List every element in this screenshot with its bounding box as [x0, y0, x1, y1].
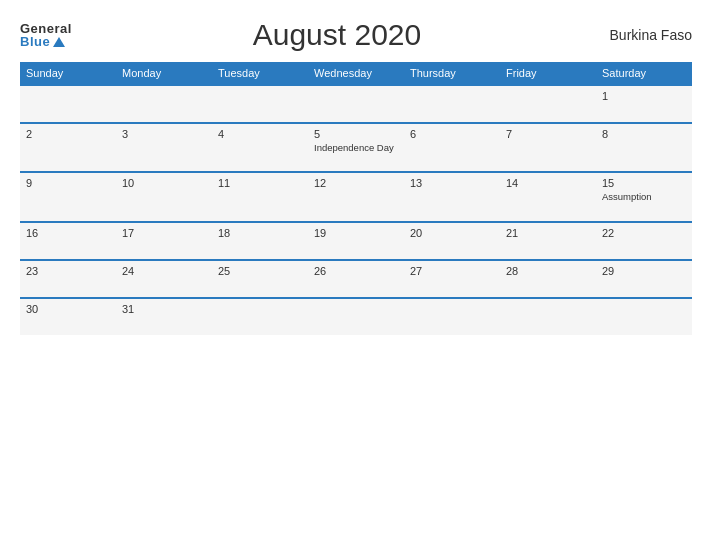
day-number: 19: [314, 227, 398, 239]
calendar-cell: [500, 298, 596, 335]
day-number: 6: [410, 128, 494, 140]
calendar-cell: 12: [308, 172, 404, 221]
day-number: 21: [506, 227, 590, 239]
calendar-cell: 5Independence Day: [308, 123, 404, 172]
day-number: 30: [26, 303, 110, 315]
calendar-cell: [212, 298, 308, 335]
calendar-cell: [116, 85, 212, 123]
calendar-week-row: 23242526272829: [20, 260, 692, 298]
calendar-cell: 15Assumption: [596, 172, 692, 221]
calendar-table: Sunday Monday Tuesday Wednesday Thursday…: [20, 62, 692, 335]
calendar-page: General Blue August 2020 Burkina Faso Su…: [0, 0, 712, 550]
header-wednesday: Wednesday: [308, 62, 404, 85]
calendar-cell: 1: [596, 85, 692, 123]
day-number: 8: [602, 128, 686, 140]
day-number: 25: [218, 265, 302, 277]
calendar-cell: 3: [116, 123, 212, 172]
day-number: 22: [602, 227, 686, 239]
day-number: 31: [122, 303, 206, 315]
day-number: 16: [26, 227, 110, 239]
day-number: 15: [602, 177, 686, 189]
calendar-cell: 13: [404, 172, 500, 221]
day-number: 23: [26, 265, 110, 277]
calendar-cell: 25: [212, 260, 308, 298]
header: General Blue August 2020 Burkina Faso: [20, 18, 692, 52]
day-number: 27: [410, 265, 494, 277]
calendar-cell: 26: [308, 260, 404, 298]
day-event: Independence Day: [314, 142, 398, 153]
day-number: 4: [218, 128, 302, 140]
calendar-cell: 29: [596, 260, 692, 298]
header-friday: Friday: [500, 62, 596, 85]
logo-blue-text: Blue: [20, 35, 65, 48]
calendar-cell: 17: [116, 222, 212, 260]
day-number: 9: [26, 177, 110, 189]
header-tuesday: Tuesday: [212, 62, 308, 85]
day-number: 2: [26, 128, 110, 140]
calendar-cell: 8: [596, 123, 692, 172]
day-number: 7: [506, 128, 590, 140]
calendar-cell: 21: [500, 222, 596, 260]
day-header-row: Sunday Monday Tuesday Wednesday Thursday…: [20, 62, 692, 85]
calendar-cell: 9: [20, 172, 116, 221]
calendar-cell: [404, 298, 500, 335]
calendar-cell: [212, 85, 308, 123]
calendar-cell: 7: [500, 123, 596, 172]
calendar-cell: 27: [404, 260, 500, 298]
day-number: 29: [602, 265, 686, 277]
header-thursday: Thursday: [404, 62, 500, 85]
calendar-cell: [308, 298, 404, 335]
day-number: 26: [314, 265, 398, 277]
calendar-cell: 16: [20, 222, 116, 260]
calendar-cell: 19: [308, 222, 404, 260]
header-saturday: Saturday: [596, 62, 692, 85]
calendar-cell: 23: [20, 260, 116, 298]
calendar-week-row: 3031: [20, 298, 692, 335]
country-label: Burkina Faso: [602, 27, 692, 43]
day-number: 24: [122, 265, 206, 277]
calendar-week-row: 2345Independence Day678: [20, 123, 692, 172]
day-number: 13: [410, 177, 494, 189]
calendar-cell: 6: [404, 123, 500, 172]
calendar-cell: 24: [116, 260, 212, 298]
calendar-title: August 2020: [72, 18, 602, 52]
day-number: 1: [602, 90, 686, 102]
header-sunday: Sunday: [20, 62, 116, 85]
day-number: 10: [122, 177, 206, 189]
calendar-cell: [20, 85, 116, 123]
calendar-week-row: 16171819202122: [20, 222, 692, 260]
day-number: 28: [506, 265, 590, 277]
calendar-cell: 22: [596, 222, 692, 260]
calendar-cell: 18: [212, 222, 308, 260]
logo-triangle-icon: [53, 37, 65, 47]
calendar-cell: [308, 85, 404, 123]
day-number: 11: [218, 177, 302, 189]
day-number: 12: [314, 177, 398, 189]
calendar-cell: 28: [500, 260, 596, 298]
calendar-week-row: 9101112131415Assumption: [20, 172, 692, 221]
day-event: Assumption: [602, 191, 686, 202]
day-number: 14: [506, 177, 590, 189]
calendar-cell: 2: [20, 123, 116, 172]
day-number: 17: [122, 227, 206, 239]
calendar-cell: 11: [212, 172, 308, 221]
calendar-cell: [500, 85, 596, 123]
header-monday: Monday: [116, 62, 212, 85]
calendar-cell: [596, 298, 692, 335]
calendar-cell: 30: [20, 298, 116, 335]
logo: General Blue: [20, 22, 72, 48]
calendar-cell: 14: [500, 172, 596, 221]
calendar-cell: 10: [116, 172, 212, 221]
calendar-cell: 20: [404, 222, 500, 260]
calendar-cell: 4: [212, 123, 308, 172]
calendar-cell: 31: [116, 298, 212, 335]
day-number: 18: [218, 227, 302, 239]
calendar-week-row: 1: [20, 85, 692, 123]
day-number: 5: [314, 128, 398, 140]
day-number: 3: [122, 128, 206, 140]
day-number: 20: [410, 227, 494, 239]
calendar-cell: [404, 85, 500, 123]
